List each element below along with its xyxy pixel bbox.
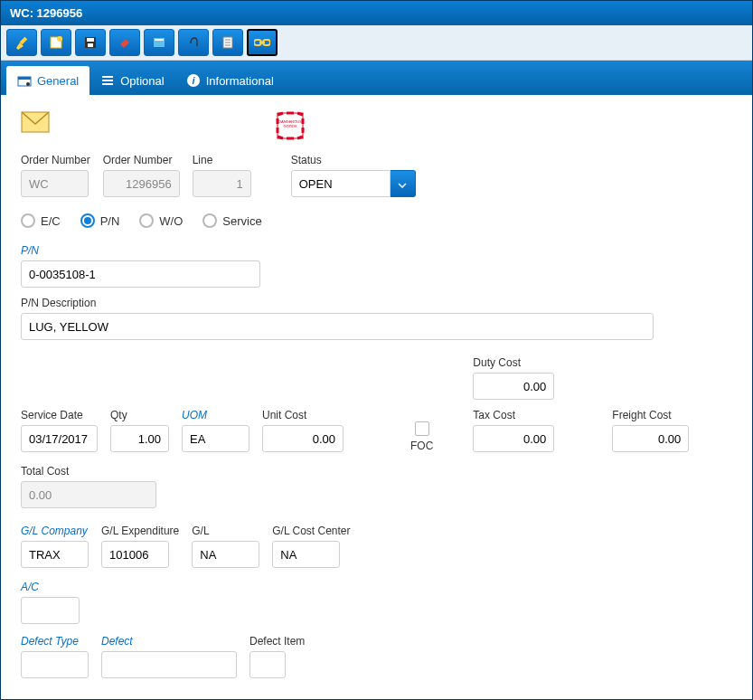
eraser-icon bbox=[117, 34, 133, 51]
freight-cost-field[interactable] bbox=[612, 425, 689, 452]
mail-icon[interactable] bbox=[21, 111, 50, 143]
radio-service[interactable]: Service bbox=[202, 213, 261, 228]
delete-button[interactable] bbox=[109, 29, 140, 56]
optional-tab-icon bbox=[100, 73, 115, 88]
svg-rect-18 bbox=[18, 77, 31, 80]
order-prefix-label: Order Number bbox=[21, 154, 90, 166]
svg-point-19 bbox=[26, 82, 30, 86]
foc-label: FOC bbox=[410, 440, 433, 452]
document-button[interactable] bbox=[212, 29, 243, 56]
pn-label[interactable]: P/N bbox=[21, 244, 732, 257]
svg-point-3 bbox=[57, 36, 62, 42]
type-radio-group: E/C P/N W/O Service bbox=[21, 213, 732, 228]
defect-item-label: Defect Item bbox=[249, 635, 305, 648]
freight-cost-label: Freight Cost bbox=[612, 409, 689, 421]
gl-label: G/L bbox=[192, 525, 259, 537]
notes-button[interactable] bbox=[144, 29, 174, 56]
new-button[interactable] bbox=[41, 29, 71, 56]
dangerous-goods-icon[interactable]: DANGEROUSGOODS bbox=[276, 111, 305, 143]
defect-type-label[interactable]: Defect Type bbox=[21, 635, 89, 648]
tax-cost-field[interactable] bbox=[473, 425, 554, 452]
uom-label[interactable]: UOM bbox=[182, 409, 249, 421]
gl-expenditure-field[interactable] bbox=[101, 541, 169, 568]
qty-label: Qty bbox=[110, 409, 169, 421]
svg-line-27 bbox=[278, 113, 283, 115]
gl-company-field[interactable] bbox=[21, 541, 89, 568]
gl-company-label[interactable]: G/L Company bbox=[21, 525, 89, 537]
defect-field[interactable] bbox=[101, 651, 237, 678]
status-field[interactable] bbox=[291, 170, 391, 197]
tab-informational[interactable]: i Informational bbox=[175, 66, 285, 95]
save-button[interactable] bbox=[75, 29, 106, 56]
line-field bbox=[193, 170, 251, 197]
gl-expenditure-label: G/L Expenditure bbox=[101, 525, 179, 537]
tab-general-label: General bbox=[37, 74, 79, 88]
tab-general[interactable]: General bbox=[6, 66, 89, 95]
paperclip-icon bbox=[185, 34, 202, 51]
tab-optional[interactable]: Optional bbox=[89, 66, 174, 95]
pin-button[interactable] bbox=[6, 29, 37, 56]
defect-item-field[interactable] bbox=[249, 651, 286, 678]
link-button[interactable] bbox=[247, 29, 278, 56]
radio-ec[interactable]: E/C bbox=[21, 213, 61, 228]
service-date-label: Service Date bbox=[21, 409, 98, 421]
radio-pn-label: P/N bbox=[100, 214, 120, 228]
duty-cost-field[interactable] bbox=[473, 373, 554, 400]
new-icon bbox=[48, 34, 64, 51]
line-label: Line bbox=[193, 154, 251, 166]
svg-marker-7 bbox=[120, 39, 129, 48]
defect-label[interactable]: Defect bbox=[101, 635, 237, 648]
defect-type-field[interactable] bbox=[21, 651, 89, 678]
radio-wo[interactable]: W/O bbox=[139, 213, 183, 228]
pn-desc-label: P/N Description bbox=[21, 297, 732, 309]
info-tab-icon: i bbox=[186, 73, 201, 88]
status-label: Status bbox=[291, 154, 416, 166]
service-date-field[interactable] bbox=[21, 425, 98, 452]
chevron-down-icon bbox=[398, 177, 407, 191]
note-icon bbox=[151, 34, 167, 51]
radio-wo-label: W/O bbox=[159, 214, 183, 228]
duty-cost-label: Duty Cost bbox=[473, 356, 554, 369]
foc-checkbox[interactable] bbox=[415, 421, 429, 436]
svg-rect-5 bbox=[87, 38, 94, 42]
save-icon bbox=[82, 34, 99, 51]
svg-rect-1 bbox=[20, 37, 27, 44]
svg-line-29 bbox=[297, 113, 303, 115]
uom-field[interactable] bbox=[182, 425, 249, 452]
ac-field[interactable] bbox=[21, 597, 80, 624]
pn-desc-field[interactable] bbox=[21, 313, 654, 340]
pin-icon bbox=[14, 34, 30, 51]
gl-field[interactable] bbox=[192, 541, 259, 568]
content-panel: DANGEROUSGOODS Order Number Order Number… bbox=[1, 95, 752, 700]
order-number-label: Order Number bbox=[103, 154, 180, 166]
total-cost-field bbox=[21, 481, 156, 508]
general-tab-icon bbox=[17, 73, 32, 88]
attach-button[interactable] bbox=[178, 29, 209, 56]
total-cost-label: Total Cost bbox=[21, 465, 732, 478]
gl-cost-center-field[interactable] bbox=[272, 541, 340, 568]
radio-ec-label: E/C bbox=[41, 214, 61, 228]
radio-service-label: Service bbox=[222, 214, 261, 228]
status-dropdown-button[interactable] bbox=[391, 170, 416, 197]
svg-rect-6 bbox=[88, 43, 93, 47]
order-number-field bbox=[103, 170, 180, 197]
unit-cost-field[interactable] bbox=[262, 425, 344, 452]
unit-cost-label: Unit Cost bbox=[262, 409, 344, 421]
radio-pn[interactable]: P/N bbox=[80, 213, 120, 228]
toolbar bbox=[1, 25, 752, 61]
qty-field[interactable] bbox=[110, 425, 169, 452]
pn-field[interactable] bbox=[21, 260, 260, 288]
ac-label[interactable]: A/C bbox=[21, 581, 732, 593]
svg-line-32 bbox=[297, 137, 303, 138]
tab-optional-label: Optional bbox=[120, 74, 164, 88]
tab-informational-label: Informational bbox=[206, 74, 274, 88]
link-icon bbox=[254, 34, 270, 51]
document-icon bbox=[220, 34, 236, 51]
order-prefix-field bbox=[21, 170, 89, 197]
tab-strip: General Optional i Informational bbox=[1, 61, 752, 95]
gl-cost-center-label: G/L Cost Center bbox=[272, 525, 350, 537]
svg-rect-9 bbox=[155, 39, 164, 41]
svg-line-34 bbox=[278, 137, 283, 138]
window-title: WC: 1296956 bbox=[1, 1, 752, 25]
svg-text:GOODS: GOODS bbox=[284, 124, 297, 128]
